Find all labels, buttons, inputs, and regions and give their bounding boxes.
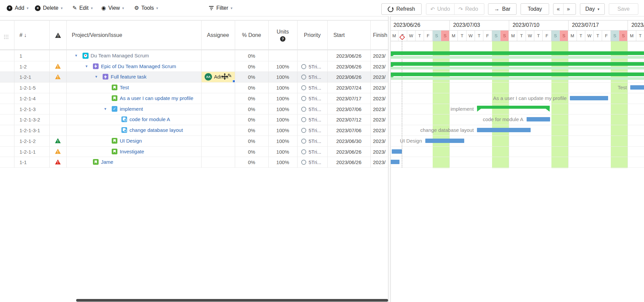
column-header-start[interactable]: Start	[333, 20, 345, 50]
start-cell[interactable]: 2023/07/17	[327, 96, 370, 101]
expand-caret-icon[interactable]: ▼	[85, 64, 88, 68]
filter-button[interactable]: Filter▾	[207, 3, 234, 13]
column-header-finish[interactable]: Finish	[373, 20, 388, 50]
start-cell[interactable]: 2023/07/12	[327, 117, 370, 122]
view-button[interactable]: ◉View▾	[100, 3, 125, 13]
summary-bar[interactable]	[390, 62, 644, 66]
units-cell[interactable]: 100%	[268, 149, 297, 155]
row-number[interactable]: 1-2-1-4	[19, 96, 36, 101]
done-cell[interactable]: 0%	[235, 138, 268, 144]
finish-cell[interactable]: 2023/	[373, 138, 386, 144]
priority-cell[interactable]: 5Tri...	[309, 117, 321, 122]
issue-title-link[interactable]: change database layout	[129, 127, 183, 133]
delete-button[interactable]: ×Delete▾	[34, 3, 64, 13]
start-cell[interactable]: 2023/06/26	[327, 74, 370, 80]
priority-cell[interactable]: 5Tri...	[309, 64, 321, 69]
row-number[interactable]: 1-2	[19, 64, 27, 69]
issue-title-link[interactable]: Epic of Du Team Managed Scrum	[101, 63, 176, 69]
done-cell[interactable]: 0%	[235, 117, 268, 122]
task-bar[interactable]	[425, 139, 464, 143]
finish-cell[interactable]: 2023/	[373, 64, 386, 69]
start-cell[interactable]: 2023/06/26	[327, 53, 370, 59]
task-bar[interactable]	[630, 85, 644, 90]
finish-cell[interactable]: 2023/	[373, 74, 386, 80]
start-cell[interactable]: 2023/06/26	[327, 149, 370, 155]
units-cell[interactable]: 100%	[268, 96, 297, 101]
priority-cell[interactable]: 5Tri...	[309, 149, 321, 155]
row-number[interactable]: 1-2-1	[19, 74, 31, 80]
expand-caret-icon[interactable]: ▼	[74, 54, 78, 57]
task-bar[interactable]	[392, 149, 402, 154]
column-header-issue[interactable]: Project/Version/Issue	[72, 20, 122, 50]
done-cell[interactable]: 0%	[235, 128, 268, 133]
issue-title-link[interactable]: As a user I can update my profile	[120, 95, 193, 101]
units-cell[interactable]: 100%	[268, 85, 297, 91]
column-header-number[interactable]: # ↓	[19, 20, 26, 50]
task-bar[interactable]	[477, 128, 530, 132]
finish-cell[interactable]: 2023/	[373, 53, 386, 59]
priority-cell[interactable]: 5Tri...	[309, 128, 321, 133]
start-cell[interactable]: 2023/07/06	[327, 106, 370, 112]
column-header-assignee[interactable]: Assignee	[201, 20, 235, 50]
column-header-units[interactable]: Units?	[268, 20, 297, 50]
row-number[interactable]: 1-2-1-3-1	[19, 128, 40, 133]
task-bar[interactable]	[570, 96, 608, 100]
units-cell[interactable]: 100%	[268, 64, 297, 69]
assignee-cell[interactable]: AAAdmin✎	[201, 71, 235, 82]
expand-caret-icon[interactable]: ▼	[104, 107, 107, 111]
done-cell[interactable]: 0%	[235, 159, 268, 165]
done-cell[interactable]: 0%	[235, 96, 268, 101]
finish-cell[interactable]: 2023/	[373, 149, 386, 155]
issue-title-link[interactable]: Jame	[101, 159, 113, 165]
summary-bar[interactable]	[390, 51, 644, 55]
tools-button[interactable]: ⚙Tools▾	[133, 3, 159, 13]
priority-cell[interactable]: 5Tri...	[309, 138, 321, 144]
start-cell[interactable]: 2023/07/24	[327, 85, 370, 91]
priority-cell[interactable]: 5Tri...	[309, 96, 321, 101]
row-number[interactable]: 1-2-1-3-2	[19, 117, 40, 122]
finish-cell[interactable]: 2023/	[373, 159, 386, 165]
done-cell[interactable]: 0%	[235, 64, 268, 69]
done-cell[interactable]: 0%	[235, 85, 268, 91]
priority-cell[interactable]: 5Tri...	[309, 74, 321, 80]
units-cell[interactable]: 100%	[268, 106, 297, 112]
done-cell[interactable]: 0%	[235, 53, 268, 59]
issue-title-link[interactable]: implement	[120, 106, 143, 112]
issue-title-link[interactable]: UI Design	[120, 138, 142, 144]
row-number[interactable]: 1-1	[19, 159, 27, 165]
row-number[interactable]: 1-2-1-2	[19, 138, 36, 144]
group-bracket-bar[interactable]	[477, 106, 549, 109]
units-cell[interactable]: 100%	[268, 74, 297, 80]
finish-cell[interactable]: 2023/	[373, 117, 386, 122]
summary-bar[interactable]	[390, 72, 644, 76]
issue-title-link[interactable]: code for module A	[129, 116, 170, 122]
help-icon[interactable]: ?	[280, 36, 285, 42]
issue-title-link[interactable]: Full feature task	[111, 74, 147, 80]
row-number[interactable]: 1	[19, 53, 22, 59]
task-bar[interactable]	[390, 160, 399, 164]
units-cell[interactable]: 100%	[268, 117, 297, 122]
done-cell[interactable]: 0%	[235, 74, 268, 80]
start-cell[interactable]: 2023/07/06	[327, 128, 370, 133]
done-cell[interactable]: 0%	[235, 106, 268, 112]
finish-cell[interactable]: 2023/	[373, 96, 386, 101]
add-button[interactable]: +Add▾	[5, 3, 30, 13]
issue-title-link[interactable]: Du Team Managed Scrum	[91, 53, 149, 58]
start-cell[interactable]: 2023/06/26	[327, 159, 370, 165]
priority-cell[interactable]: 5Tri...	[309, 85, 321, 91]
start-cell[interactable]: 2023/06/26	[327, 64, 370, 69]
issue-title-link[interactable]: Test	[120, 85, 129, 90]
start-cell[interactable]: 2023/06/30	[327, 138, 370, 144]
horizontal-scrollbar-thumb[interactable]	[76, 299, 388, 302]
finish-cell[interactable]: 2023/	[373, 128, 386, 133]
row-number[interactable]: 1-2-1-3	[19, 106, 36, 112]
row-number[interactable]: 1-2-1-5	[19, 85, 36, 91]
priority-cell[interactable]: 5Tri...	[309, 159, 321, 165]
task-bar[interactable]	[527, 117, 550, 121]
edit-button[interactable]: ✎Edit▾	[71, 3, 94, 13]
units-cell[interactable]: 100%	[268, 128, 297, 133]
panel-splitter[interactable]	[388, 16, 391, 302]
finish-cell[interactable]: 2023/	[373, 106, 386, 112]
column-header-done[interactable]: % Done	[235, 20, 268, 50]
issue-title-link[interactable]: Investigate	[120, 149, 144, 154]
